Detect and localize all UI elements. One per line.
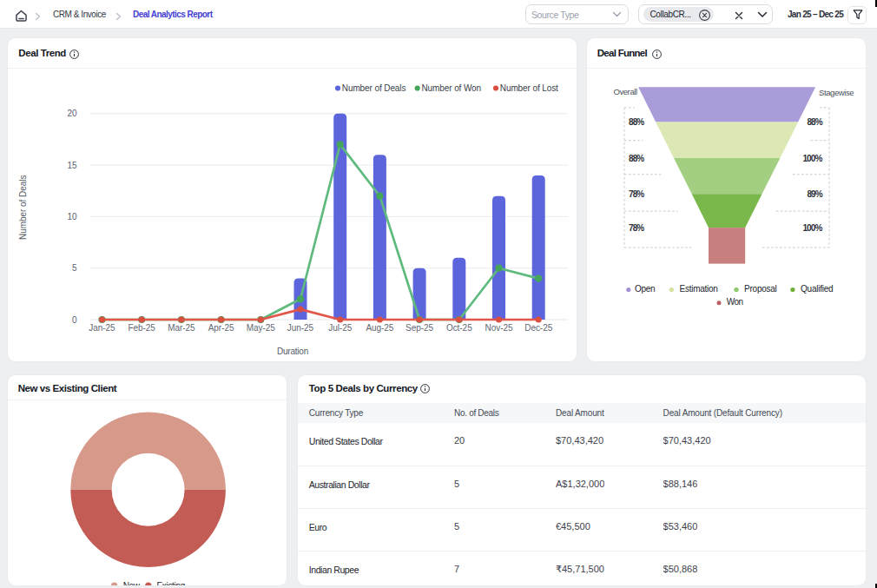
- svg-text:Stagewise: Stagewise: [819, 88, 854, 97]
- svg-text:Number of Lost: Number of Lost: [500, 83, 558, 93]
- svg-text:Feb-25: Feb-25: [129, 323, 156, 333]
- svg-text:Dec-25: Dec-25: [524, 323, 552, 333]
- svg-text:Qualified: Qualified: [801, 284, 833, 294]
- svg-text:Open: Open: [635, 284, 655, 294]
- svg-text:88%: 88%: [629, 154, 644, 163]
- svg-text:Oct-25: Oct-25: [446, 323, 472, 333]
- svg-text:Apr-25: Apr-25: [208, 323, 234, 333]
- svg-text:May-25: May-25: [247, 323, 276, 333]
- svg-text:Proposal: Proposal: [744, 284, 776, 294]
- svg-text:100%: 100%: [802, 154, 822, 163]
- svg-text:Won: Won: [727, 297, 743, 307]
- svg-text:100%: 100%: [802, 223, 822, 233]
- svg-text:20: 20: [67, 109, 77, 118]
- svg-text:0: 0: [72, 315, 77, 325]
- svg-text:5: 5: [72, 263, 77, 273]
- svg-text:88%: 88%: [629, 117, 644, 127]
- svg-text:Number of Deals: Number of Deals: [342, 83, 406, 93]
- svg-text:Nov-25: Nov-25: [485, 323, 513, 333]
- svg-text:Sep-25: Sep-25: [406, 323, 433, 333]
- svg-text:Jul-25: Jul-25: [328, 323, 352, 333]
- svg-text:89%: 89%: [807, 189, 822, 199]
- svg-text:Number of Deals: Number of Deals: [19, 175, 29, 240]
- svg-text:15: 15: [67, 161, 77, 170]
- svg-text:Mar-25: Mar-25: [168, 323, 195, 333]
- svg-text:78%: 78%: [629, 223, 644, 233]
- svg-text:Jun-25: Jun-25: [287, 323, 314, 333]
- svg-text:Existing: Existing: [156, 580, 185, 585]
- svg-text:Aug-25: Aug-25: [366, 323, 393, 333]
- svg-text:10: 10: [67, 212, 77, 221]
- svg-text:78%: 78%: [629, 189, 644, 199]
- svg-text:88%: 88%: [807, 117, 822, 127]
- svg-text:Duration: Duration: [277, 347, 308, 356]
- svg-text:Estimation: Estimation: [680, 284, 718, 294]
- svg-text:New: New: [123, 580, 141, 585]
- svg-text:Number of Won: Number of Won: [422, 83, 482, 93]
- svg-text:Jan-25: Jan-25: [89, 323, 115, 333]
- svg-text:Overall: Overall: [613, 87, 637, 96]
